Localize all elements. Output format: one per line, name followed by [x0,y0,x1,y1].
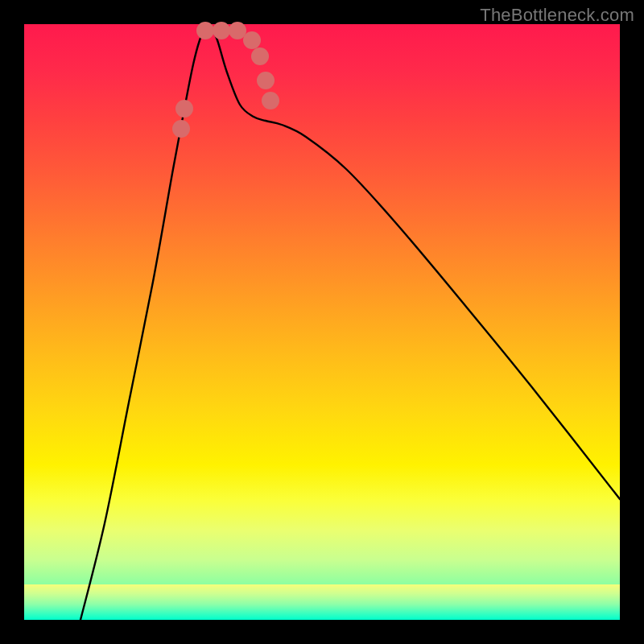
plot-area [24,24,620,620]
highlight-marker [243,31,261,49]
highlight-marker [262,92,279,109]
highlight-marker [229,22,246,39]
highlight-marker [251,47,269,65]
highlight-marker [257,72,275,89]
outer-frame: TheBottleneck.com [0,0,644,644]
bottleneck-curve [80,27,620,620]
highlight-marker [213,22,230,39]
curve-layer [24,24,620,620]
highlight-marker [175,100,193,118]
highlight-marker [196,22,214,39]
watermark-text: TheBottleneck.com [480,5,634,26]
highlight-marker [172,120,190,138]
